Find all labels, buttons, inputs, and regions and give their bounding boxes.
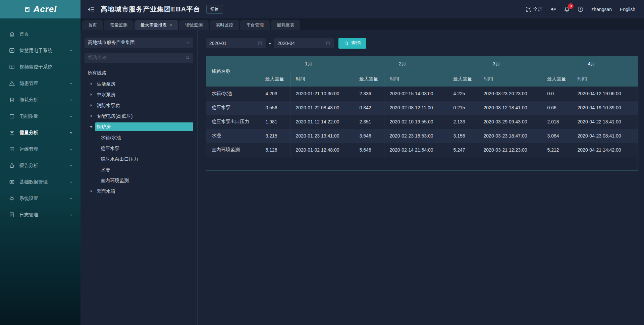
log-icon bbox=[9, 212, 15, 218]
tab-4[interactable]: 谐波监测 bbox=[179, 20, 209, 30]
tree-root-label: 所有线路 bbox=[88, 70, 106, 76]
sidebar-item-log-mgmt[interactable]: 日志管理 bbox=[0, 207, 80, 223]
chevron-down-icon bbox=[69, 131, 73, 135]
chevron-down-icon bbox=[69, 98, 73, 102]
tree-item[interactable]: 中水泵房 bbox=[85, 89, 193, 100]
help-icon: ? bbox=[578, 6, 583, 12]
tree-item[interactable]: 室内环境监测 bbox=[85, 175, 193, 186]
sidebar-item-basic-data[interactable]: 基础数据管理 bbox=[0, 174, 80, 190]
home-icon bbox=[9, 31, 15, 37]
tab-label: 实时监控 bbox=[216, 22, 233, 28]
sidebar-item-smart-power[interactable]: 智慧用电子系统 bbox=[0, 42, 80, 59]
tree-item[interactable]: 生活泵房 bbox=[85, 78, 193, 89]
cell-line-name: 水箱/水池 bbox=[206, 87, 260, 101]
query-button[interactable]: 查询 bbox=[338, 38, 366, 49]
sidebar-collapse-icon[interactable] bbox=[88, 6, 95, 12]
sidebar-item-energy-analysis[interactable]: 能耗分析 bbox=[0, 92, 80, 108]
column-header-month: 3月 bbox=[448, 56, 542, 71]
column-header-month: 2月 bbox=[354, 56, 448, 71]
username[interactable]: zhangsan bbox=[591, 7, 612, 12]
cell-max-demand: 2.336 bbox=[354, 87, 384, 101]
tab-1[interactable]: 首页 bbox=[82, 20, 103, 30]
column-header-time: 时间 bbox=[572, 71, 638, 87]
tab-close-icon[interactable]: × bbox=[169, 23, 172, 28]
chevron-down-icon bbox=[185, 41, 190, 45]
gear-icon bbox=[9, 196, 15, 201]
tree-item-label: 专配电房(高低压) bbox=[95, 112, 193, 120]
sidebar-item-ops-mgmt[interactable]: 运维管理 bbox=[0, 141, 80, 157]
caret-right-icon[interactable] bbox=[89, 93, 94, 96]
cell-time: 2020-04-21 14:42:00 bbox=[572, 143, 638, 157]
cell-time: 2020-01-21 10:36:00 bbox=[290, 87, 354, 101]
tree-item[interactable]: 锅炉房 bbox=[85, 121, 193, 132]
line-search-input[interactable]: 线路名称 bbox=[85, 53, 193, 63]
tab-bar: 首页需量监测最大需量报表×谐波监测实时监控平台管理能耗报表 bbox=[80, 18, 644, 30]
sidebar-item-report-analysis[interactable]: 报告分析 bbox=[0, 157, 80, 174]
caret-right-icon[interactable] bbox=[89, 83, 94, 85]
tree-item-label: 天面水箱 bbox=[95, 187, 193, 196]
help-button[interactable]: ? bbox=[578, 6, 583, 12]
cell-time: 2020-02-15 14:03:00 bbox=[384, 87, 448, 101]
cell-max-demand: 0.66 bbox=[542, 101, 572, 115]
cell-time: 2020-01-23 13:41:00 bbox=[290, 129, 354, 143]
warning-icon bbox=[9, 80, 15, 86]
cell-max-demand: 0.556 bbox=[260, 101, 290, 115]
tab-label: 谐波监测 bbox=[185, 22, 203, 28]
sidebar-item-demand-analysis[interactable]: 需量分析 bbox=[0, 124, 80, 141]
caret-down-icon[interactable] bbox=[89, 126, 94, 128]
top-header: Acrel 高地城市服务产业集团EBA平台 切换 全屏 bbox=[0, 0, 644, 18]
mute-button[interactable] bbox=[550, 7, 556, 12]
svg-text:?: ? bbox=[580, 7, 581, 11]
tree-item[interactable]: 水浸 bbox=[85, 164, 193, 175]
tree-item[interactable]: 稳压水泵 bbox=[85, 143, 193, 154]
tree-item[interactable]: 稳压水泵出口压力 bbox=[85, 154, 193, 164]
tab-3[interactable]: 最大需量报表× bbox=[135, 20, 178, 30]
caret-right-icon[interactable] bbox=[89, 190, 94, 193]
page-title: 高地城市服务产业集团EBA平台 bbox=[101, 5, 200, 14]
chevron-down-icon bbox=[69, 147, 73, 151]
tree-item-label: 生活泵房 bbox=[95, 79, 193, 88]
sidebar-item-system-settings[interactable]: 系统设置 bbox=[0, 190, 80, 207]
tree-item[interactable]: 水箱/水池 bbox=[85, 132, 193, 143]
cell-time: 2020-04-19 10:39:00 bbox=[572, 101, 638, 115]
chevron-down-icon bbox=[69, 197, 73, 201]
tree-root-all-lines[interactable]: 所有线路 bbox=[85, 68, 193, 78]
tree-item[interactable]: 消防水泵房 bbox=[85, 100, 193, 111]
start-date-input[interactable]: 2020-01 bbox=[206, 38, 266, 48]
sidebar-item-hazard-mgmt[interactable]: 隐患管理 bbox=[0, 75, 80, 92]
cell-max-demand: 5.247 bbox=[448, 143, 478, 157]
tab-6[interactable]: 平台管理 bbox=[240, 20, 270, 30]
switch-button[interactable]: 切换 bbox=[206, 5, 223, 14]
tree-item[interactable]: 天面水箱 bbox=[85, 186, 193, 197]
cell-max-demand: 1.981 bbox=[260, 115, 290, 129]
cell-time: 2020-01-12 14:22:00 bbox=[290, 115, 354, 129]
header-actions: 全屏 0 ? bbox=[526, 6, 635, 12]
end-date-input[interactable]: 2020-04 bbox=[274, 38, 334, 48]
cell-line-name: 稳压水泵 bbox=[206, 101, 260, 115]
calendar-icon bbox=[9, 113, 15, 119]
org-select[interactable]: 高地城市服务产业集团 bbox=[85, 38, 193, 48]
column-header-max-demand: 最大需量 bbox=[448, 71, 478, 87]
fullscreen-button[interactable]: 全屏 bbox=[526, 6, 542, 12]
column-header-max-demand: 最大需量 bbox=[542, 71, 572, 87]
language-switch[interactable]: English bbox=[620, 7, 635, 12]
sidebar-item-home[interactable]: 首页 bbox=[0, 26, 80, 42]
tab-2[interactable]: 需量监测 bbox=[104, 20, 133, 30]
query-button-label: 查询 bbox=[351, 40, 361, 46]
tab-label: 最大需量报表 bbox=[141, 22, 167, 28]
notifications-button[interactable]: 0 bbox=[564, 6, 570, 12]
caret-right-icon[interactable] bbox=[89, 115, 94, 117]
cell-time: 2020-03-12 18:41:00 bbox=[478, 101, 542, 115]
caret-right-icon[interactable] bbox=[89, 104, 94, 107]
tree-item-label: 中水泵房 bbox=[95, 90, 193, 99]
sidebar-item-video-monitor[interactable]: 视频监控子系统 bbox=[0, 59, 80, 75]
tree-item[interactable]: 专配电房(高低压) bbox=[85, 111, 193, 121]
cell-max-demand: 3.215 bbox=[260, 129, 290, 143]
line-tree-panel: 高地城市服务产业集团 线路名称 所有线路生活泵房中水泵房消防水泵房专配电房(高低… bbox=[80, 30, 197, 325]
sidebar-item-power-quality[interactable]: 电能质量 bbox=[0, 108, 80, 124]
tree-item-label: 稳压水泵出口压力 bbox=[99, 155, 193, 163]
sidebar: 首页 智慧用电子系统 视频监控子系统 隐患管理 能耗分析 bbox=[0, 18, 80, 325]
tab-7[interactable]: 能耗报表 bbox=[271, 20, 300, 30]
cell-line-name: 水浸 bbox=[206, 129, 260, 143]
tab-5[interactable]: 实时监控 bbox=[210, 20, 239, 30]
